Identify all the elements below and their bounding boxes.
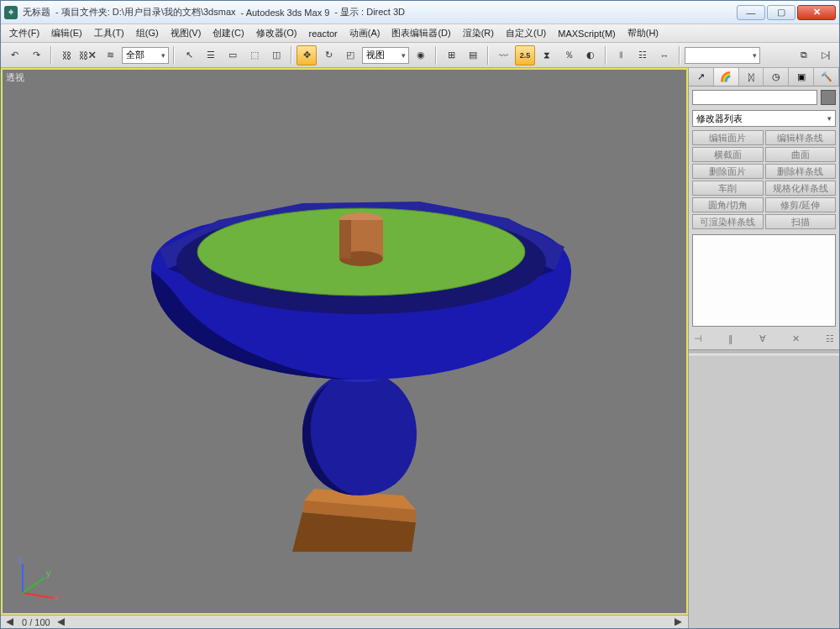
bind-spacewarp-button[interactable]: ≋ (100, 45, 120, 66)
unlink-button[interactable]: ⛓✕ (78, 45, 98, 66)
menu-graph-editors[interactable]: 图表编辑器(D) (386, 25, 455, 41)
pivot-icon: ◉ (417, 50, 425, 60)
percent-snap-button[interactable]: ％ (559, 45, 579, 66)
spinner-icon: ◐ (586, 50, 595, 60)
align-button[interactable]: ↔ (654, 45, 675, 66)
move-icon: ✥ (303, 50, 311, 60)
btn-edit-spline[interactable]: 编辑样条线 (765, 130, 837, 145)
make-unique-icon[interactable]: ∀ (759, 333, 766, 344)
btn-edit-patch[interactable]: 编辑面片 (692, 130, 764, 145)
menu-modifiers[interactable]: 修改器(O) (251, 25, 302, 41)
btn-normalize-spline[interactable]: 规格化样条线 (765, 181, 837, 196)
btn-sweep[interactable]: 扫描 (765, 214, 837, 229)
display-icon: ▣ (797, 71, 806, 82)
manipulate-button[interactable]: ⊞ (441, 45, 461, 66)
show-end-result-icon[interactable]: ‖ (728, 333, 733, 344)
btn-delete-patch[interactable]: 删除面片 (692, 164, 764, 179)
btn-renderable-spline[interactable]: 可渲染样条线 (692, 214, 764, 229)
select-button[interactable]: ↖ (179, 45, 199, 66)
utilities-icon: 🔨 (821, 71, 832, 82)
toolbar-end-group[interactable]: ⧉ (794, 45, 814, 66)
menu-views[interactable]: 视图(V) (165, 25, 207, 41)
timeline-bar[interactable]: ⯇ 0 / 100 ⯇ ⯈ (1, 615, 688, 628)
align-group-icon: ☷ (638, 50, 647, 60)
configure-sets-icon[interactable]: ☷ (826, 333, 834, 344)
menu-help[interactable]: 帮助(H) (622, 25, 664, 41)
timeline-prev-icon[interactable]: ⯇ (6, 617, 15, 627)
keyframe-icon: ▷| (822, 50, 831, 60)
align-icon: ↔ (660, 50, 669, 60)
btn-delete-spline[interactable]: 删除样条线 (765, 164, 837, 179)
timeline-mid-icon[interactable]: ⯇ (57, 617, 66, 627)
rotate-button[interactable]: ↻ (318, 45, 339, 66)
menu-rendering[interactable]: 渲染(R) (458, 25, 499, 41)
snap-25-button[interactable]: 2.5 (515, 45, 535, 66)
btn-cross-section[interactable]: 横截面 (692, 147, 764, 162)
modifier-stack[interactable] (692, 234, 836, 327)
perspective-viewport[interactable]: 透视 (1, 68, 688, 615)
angle-snap-button[interactable]: ⧗ (537, 45, 557, 66)
menubar: 文件(F) 编辑(E) 工具(T) 组(G) 视图(V) 创建(C) 修改器(O… (1, 24, 839, 43)
rotate-icon: ↻ (325, 50, 333, 60)
layers-button[interactable]: ▤ (463, 45, 483, 66)
scale-icon: ◰ (346, 50, 354, 60)
tab-display[interactable]: ▣ (789, 68, 814, 86)
scale-button[interactable]: ◰ (340, 45, 360, 66)
titlebar[interactable]: ⌖ 无标题 - 项目文件夹: D:\用户目录\我的文档\3dsmax - Aut… (1, 1, 839, 24)
menu-file[interactable]: 文件(F) (4, 25, 45, 41)
hierarchy-icon: ᛞ (748, 72, 754, 82)
link-button[interactable]: ⛓ (56, 45, 76, 66)
maximize-button[interactable]: ▢ (767, 5, 795, 20)
redo-button[interactable]: ↷ (26, 45, 46, 66)
title-app: - Autodesk 3ds Max 9 (241, 8, 330, 18)
menu-reactor[interactable]: reactor (304, 27, 343, 40)
crossing-button[interactable]: ◫ (266, 45, 286, 66)
btn-trim-extend[interactable]: 修剪/延伸 (765, 197, 837, 212)
pin-stack-icon[interactable]: ⊣ (694, 333, 702, 344)
btn-fillet-chamfer[interactable]: 圆角/切角 (692, 197, 764, 212)
ref-coord-combo[interactable]: 视图 (362, 47, 409, 64)
select-region-button[interactable]: ▭ (223, 45, 243, 66)
list-icon: ☰ (207, 50, 215, 60)
curve-editor-button[interactable]: 〰 (493, 45, 513, 66)
align-group-button[interactable]: ☷ (633, 45, 653, 66)
timeline-next-icon[interactable]: ⯈ (674, 617, 683, 627)
move-button[interactable]: ✥ (297, 45, 317, 66)
window-crossing-button[interactable]: ⬚ (244, 45, 265, 66)
menu-tools[interactable]: 工具(T) (89, 25, 129, 41)
command-panel: ↗ 🌈 ᛞ ◷ ▣ 🔨 修改器列表 编辑面片 编辑样条线 横截面 曲面 删除面片 (688, 68, 839, 628)
tab-utilities[interactable]: 🔨 (814, 68, 839, 86)
object-color-swatch[interactable] (821, 90, 836, 105)
svg-line-15 (23, 578, 45, 593)
spinner-snap-button[interactable]: ◐ (580, 45, 601, 66)
modify-icon: 🌈 (720, 71, 732, 82)
tab-motion[interactable]: ◷ (764, 68, 789, 86)
select-by-name-button[interactable]: ☰ (201, 45, 221, 66)
modifier-list-combo[interactable]: 修改器列表 (692, 110, 836, 127)
menu-group[interactable]: 组(G) (131, 25, 164, 41)
menu-create[interactable]: 创建(C) (207, 25, 249, 41)
panel-divider[interactable] (689, 349, 839, 354)
tab-create[interactable]: ↗ (689, 68, 714, 86)
btn-surface[interactable]: 曲面 (765, 147, 837, 162)
stack-toolbar: ⊣ ‖ ∀ ✕ ☷ (689, 330, 839, 348)
snap-icon: 2.5 (520, 51, 531, 60)
menu-customize[interactable]: 自定义(U) (501, 25, 551, 41)
undo-button[interactable]: ↶ (4, 45, 24, 66)
close-button[interactable]: ✕ (797, 5, 836, 20)
tab-hierarchy[interactable]: ᛞ (739, 68, 764, 86)
viewport-label: 透视 (6, 71, 24, 84)
mirror-button[interactable]: ⦀ (611, 45, 631, 66)
toolbar-end-arrow[interactable]: ▷| (816, 45, 836, 66)
pivot-button[interactable]: ◉ (411, 45, 431, 66)
remove-modifier-icon[interactable]: ✕ (792, 333, 800, 344)
menu-edit[interactable]: 编辑(E) (46, 25, 87, 41)
tab-modify[interactable]: 🌈 (714, 68, 739, 86)
named-selection-combo[interactable] (685, 47, 760, 64)
selection-filter-combo[interactable]: 全部 (122, 47, 169, 64)
minimize-button[interactable]: — (737, 5, 765, 20)
btn-lathe[interactable]: 车削 (692, 181, 764, 196)
menu-maxscript[interactable]: MAXScript(M) (553, 27, 620, 40)
menu-animation[interactable]: 动画(A) (344, 25, 386, 41)
object-name-input[interactable] (692, 90, 817, 105)
